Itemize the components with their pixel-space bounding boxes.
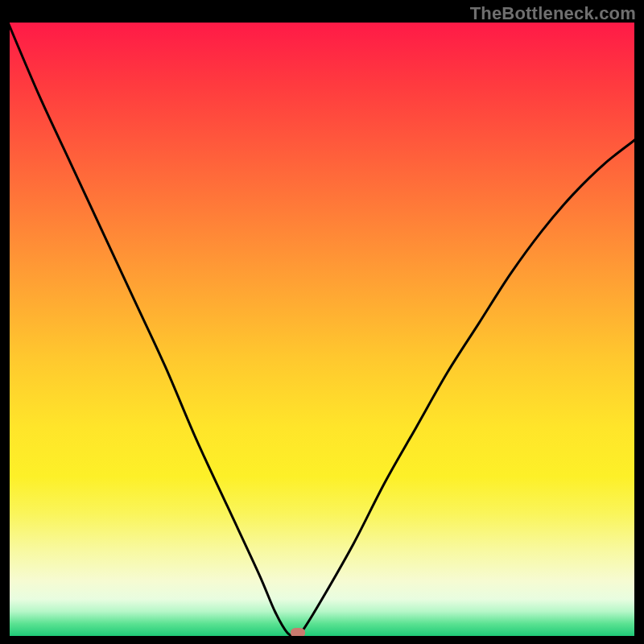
plot-left-edge (8, 23, 10, 636)
plot-right-edge (634, 23, 636, 636)
recommended-point-marker (291, 628, 305, 636)
bottleneck-curve-path (8, 23, 636, 636)
plot-area (8, 23, 636, 636)
chart-frame: TheBottleneck.com (0, 0, 644, 644)
watermark-text: TheBottleneck.com (470, 3, 636, 24)
curve-svg (8, 23, 636, 636)
